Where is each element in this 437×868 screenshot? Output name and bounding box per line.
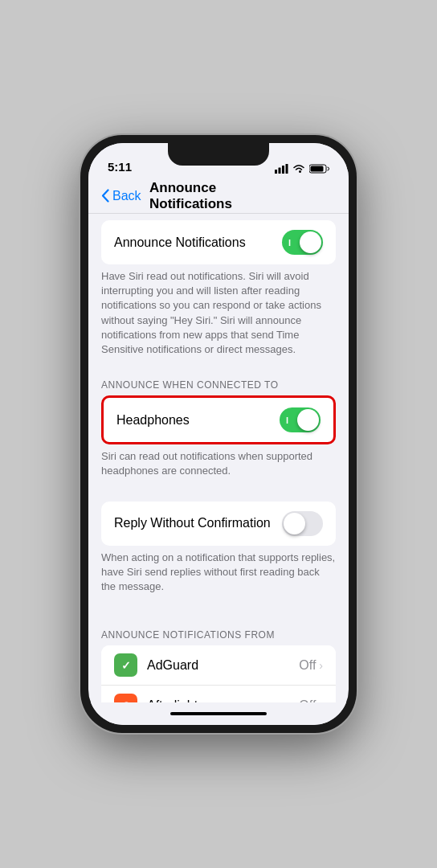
chevron-left-icon: [101, 189, 109, 203]
app-status: Off ›: [299, 658, 323, 673]
announce-notifications-row: Announce Notifications I: [101, 220, 336, 264]
connected-section: ANNOUNCE WHEN CONNECTED TO Headphones I …: [88, 379, 349, 488]
reply-section: Reply Without Confirmation When acting o…: [88, 502, 349, 604]
apps-section-label: ANNOUNCE NOTIFICATIONS FROM: [88, 616, 349, 645]
main-toggle-card: Announce Notifications I: [101, 220, 336, 264]
chevron-right-icon: ›: [319, 659, 323, 672]
reply-toggle-knob: [284, 513, 305, 534]
phone-frame: 5:11: [80, 135, 357, 733]
home-bar: [170, 712, 267, 715]
signal-icon: [275, 164, 288, 174]
headphones-card: Headphones I: [101, 395, 336, 444]
app-icon-adguard: ✓: [114, 653, 137, 677]
headphones-toggle[interactable]: I: [280, 407, 321, 432]
svg-rect-1: [279, 168, 281, 174]
main-toggle-section: Announce Notifications I Have Siri read …: [88, 220, 349, 366]
headphones-toggle-i: I: [286, 416, 288, 425]
page-title: Announce Notifications: [149, 180, 288, 212]
toggle-i-label: I: [288, 238, 291, 248]
headphones-toggle-knob: [297, 409, 319, 431]
toggle-knob: [300, 231, 321, 253]
svg-rect-2: [282, 166, 284, 174]
reply-toggle[interactable]: [282, 511, 323, 536]
reply-card: Reply Without Confirmation: [101, 502, 336, 546]
announce-description: Have Siri read out notifications. Siri w…: [88, 264, 349, 366]
announce-notifications-label: Announce Notifications: [114, 235, 246, 250]
list-item[interactable]: ◉AfterlightOff ›: [101, 686, 336, 702]
svg-rect-5: [311, 166, 324, 172]
content-area: Announce Notifications I Have Siri read …: [88, 214, 349, 702]
reply-row: Reply Without Confirmation: [101, 502, 336, 546]
nav-bar: Back Announce Notifications: [88, 178, 349, 214]
headphones-label: Headphones: [116, 413, 190, 428]
reply-description: When acting on a notification that suppo…: [88, 546, 349, 604]
home-indicator: [88, 702, 349, 725]
connected-section-label: ANNOUNCE WHEN CONNECTED TO: [88, 379, 349, 395]
apps-section: ANNOUNCE NOTIFICATIONS FROM ✓AdGuardOff …: [88, 616, 349, 702]
wifi-icon: [292, 164, 305, 174]
reply-label: Reply Without Confirmation: [114, 516, 271, 530]
headphones-description: Siri can read out notifications when sup…: [88, 444, 349, 488]
phone-screen: 5:11: [88, 143, 349, 725]
status-icons: [275, 164, 329, 174]
status-time: 5:11: [108, 160, 132, 174]
app-name: AdGuard: [147, 658, 299, 673]
app-icon-afterlight: ◉: [114, 694, 137, 702]
apps-list: ✓AdGuardOff ›◉AfterlightOff ›◇AltStoreOf…: [101, 645, 336, 702]
notch: [168, 143, 269, 166]
back-label: Back: [112, 189, 141, 203]
list-item[interactable]: ✓AdGuardOff ›: [101, 645, 336, 686]
svg-rect-0: [275, 170, 277, 174]
battery-icon: [309, 164, 329, 174]
back-button[interactable]: Back: [101, 189, 141, 203]
announce-notifications-toggle[interactable]: I: [282, 230, 323, 255]
headphones-row: Headphones I: [104, 398, 333, 442]
svg-rect-3: [286, 164, 288, 174]
